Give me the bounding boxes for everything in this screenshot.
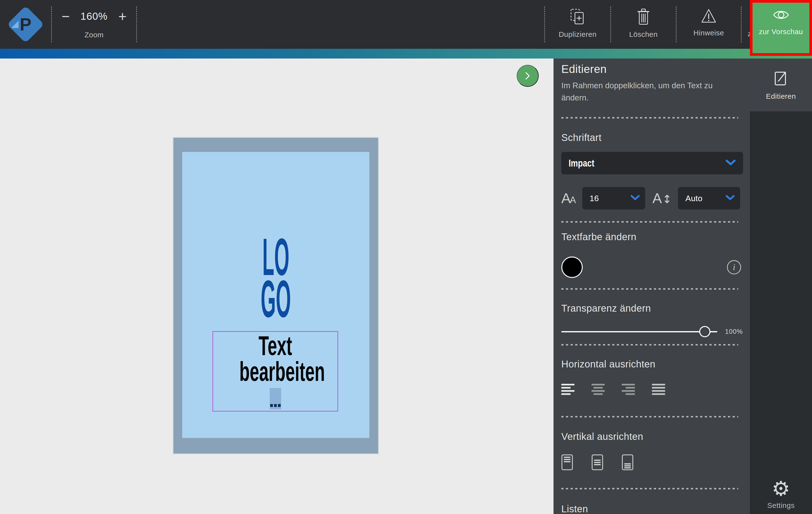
dotted-divider [561, 117, 738, 118]
duplicate-button[interactable]: Duplizieren [545, 0, 610, 49]
gear-icon: ⚙ [772, 479, 790, 499]
horizontal-align-heading: Horizontal ausrichten [561, 359, 743, 370]
panel-description: Im Rahmen doppelklicken, um den Text zu … [561, 80, 717, 104]
font-section-heading: Schriftart [561, 132, 743, 143]
preview-button[interactable]: zur Vorschau [750, 0, 812, 56]
line-height-value: Auto [685, 194, 702, 203]
dotted-divider [561, 416, 738, 417]
transparency-slider[interactable] [561, 331, 717, 332]
printformer-logo-icon: P [7, 6, 44, 43]
dotted-divider [561, 344, 738, 346]
text-color-row: i [561, 256, 743, 278]
info-icon[interactable]: i [727, 260, 741, 274]
tab-editieren-label: Editieren [766, 92, 796, 101]
line-height-icon: A↕ [652, 191, 672, 205]
horizontal-align-row [561, 384, 743, 396]
ellipsis-dots-icon [270, 404, 281, 407]
delete-button[interactable]: Löschen [611, 0, 676, 49]
logo-text-element[interactable]: LO GO [173, 236, 378, 320]
top-toolbar: P − 160% + Zoom Duplizieren [0, 0, 812, 49]
font-family-value: Impact [569, 158, 594, 169]
eye-icon [773, 9, 790, 22]
align-left-button[interactable] [561, 384, 575, 396]
text-overflow-indicator [270, 388, 281, 409]
chevron-right-icon [525, 72, 530, 80]
transparency-heading: Transparenz ändern [561, 303, 743, 314]
zoom-out-button[interactable]: − [61, 9, 70, 23]
line-height-select[interactable]: Auto [678, 187, 740, 210]
delete-label: Löschen [629, 30, 658, 38]
panel-title: Editieren [561, 62, 743, 76]
color-swatch-black[interactable] [561, 256, 583, 278]
text-color-heading: Textfarbe ändern [561, 232, 743, 242]
vertical-align-heading: Vertikal ausrichten [561, 431, 743, 442]
tab-settings-label: Settings [767, 501, 794, 510]
toolbar-spacer [137, 0, 544, 49]
transparency-value: 100% [725, 328, 743, 335]
app-logo[interactable]: P [0, 0, 51, 49]
preview-label: zur Vorschau [759, 28, 803, 36]
hints-label: Hinweise [693, 29, 724, 37]
font-size-icon: AA [561, 191, 576, 205]
transparency-slider-row: 100% [561, 326, 743, 337]
font-size-select[interactable]: 16 [582, 187, 645, 210]
valign-bottom-button[interactable] [622, 454, 633, 471]
dotted-divider [561, 488, 738, 489]
tab-settings[interactable]: ⚙ Settings [750, 479, 812, 510]
logo-text-line2: GO [261, 278, 291, 320]
chevron-down-icon [726, 160, 736, 167]
progress-gradient-bar [0, 49, 812, 58]
tool-rail: Editieren ⚙ Settings [750, 58, 812, 514]
font-size-value: 16 [589, 194, 599, 203]
placeholder-text-line1: Text [259, 333, 292, 359]
font-size-row: AA 16 A↕ Auto [561, 186, 743, 211]
zoom-value: 160% [80, 10, 108, 22]
vertical-align-row [561, 454, 743, 471]
duplicate-icon [570, 8, 585, 25]
edit-panel: Editieren Im Rahmen doppelklicken, um de… [553, 58, 750, 514]
zoom-label: Zoom [85, 31, 104, 39]
align-right-button[interactable] [622, 384, 635, 396]
chevron-down-icon [726, 195, 735, 201]
chevron-down-icon [631, 195, 640, 201]
edit-pencil-icon [774, 70, 788, 87]
dotted-divider [561, 288, 738, 290]
zoom-controls: − 160% + Zoom [52, 0, 136, 49]
duplicate-label: Duplizieren [559, 30, 597, 38]
zoom-in-button[interactable]: + [118, 9, 127, 23]
placeholder-text-line2: bearbeiten [239, 359, 325, 384]
dotted-divider [561, 221, 738, 223]
valign-top-button[interactable] [561, 454, 573, 471]
align-justify-button[interactable] [652, 384, 665, 396]
selected-text-frame[interactable]: Text bearbeiten [212, 331, 338, 412]
trash-icon [636, 8, 650, 25]
hints-button[interactable]: Hinweise [676, 0, 741, 49]
align-center-button[interactable] [591, 384, 605, 396]
next-step-button[interactable] [517, 65, 539, 87]
logo-letter: P [20, 16, 31, 33]
slider-thumb[interactable] [699, 326, 710, 337]
valign-middle-button[interactable] [591, 454, 603, 471]
lists-heading: Listen [561, 504, 743, 514]
font-family-select[interactable]: Impact [561, 152, 743, 174]
warning-triangle-icon [701, 8, 717, 24]
tab-editieren[interactable]: Editieren [750, 58, 812, 111]
